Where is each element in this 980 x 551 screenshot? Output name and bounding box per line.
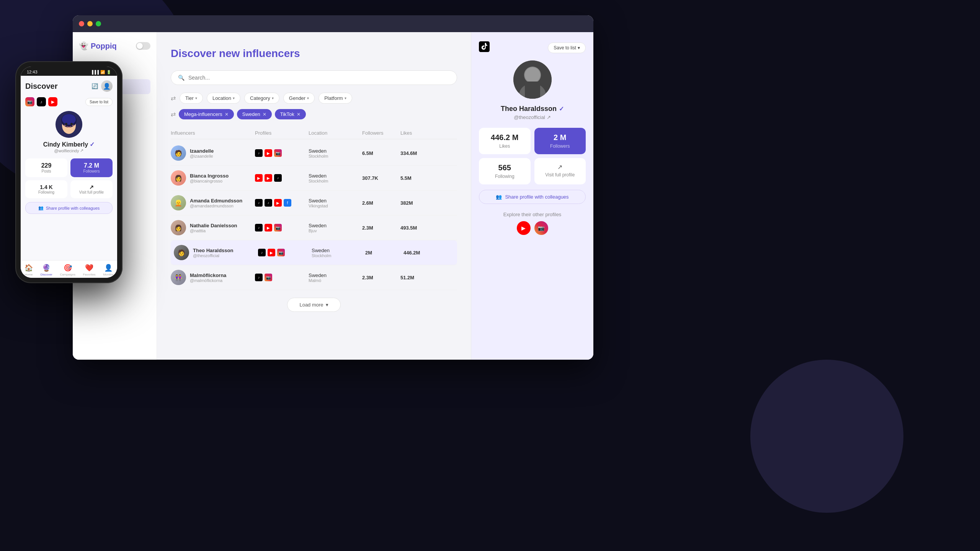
- platform-icons: ♪ ▶ 📷: [255, 224, 309, 231]
- search-input[interactable]: [188, 75, 450, 81]
- phone-action-row: 1.4 K Following ↗ Visit full profile: [25, 180, 113, 198]
- instagram-platform-icon[interactable]: 📷: [277, 249, 285, 256]
- location-filter-button[interactable]: Location ▾: [207, 93, 240, 104]
- influencer-name: Malmöflickorna: [190, 272, 226, 278]
- svg-point-6: [64, 125, 66, 126]
- influencer-details: Theo Haraldsson @theozofficial: [193, 248, 233, 258]
- phone-profile-section: Cindy Kimberly ✓ @wolfiecindy ↗: [25, 111, 113, 153]
- avatar: 👭: [171, 270, 186, 285]
- table-row[interactable]: 👩 Bianca Ingrosso @biancaingrosso ▶ ▶ ♪ …: [171, 166, 457, 191]
- category-filter-button[interactable]: Category ▾: [244, 93, 279, 104]
- location-chevron-icon: ▾: [233, 96, 235, 100]
- platform-filter-button[interactable]: Platform ▾: [318, 93, 352, 104]
- filter-adjust-icon[interactable]: ⇄: [171, 95, 176, 102]
- close-window-button[interactable]: [79, 21, 84, 26]
- likes-metric: 446.2M: [403, 250, 442, 256]
- phone-share-button[interactable]: 👥 Share profile with colleagues: [25, 202, 113, 214]
- youtube-icon[interactable]: ▶: [48, 97, 57, 106]
- likes-metric: 382M: [400, 200, 439, 206]
- tier-filter-button[interactable]: Tier ▾: [180, 93, 203, 104]
- phone-following-label: Following: [29, 190, 64, 194]
- instagram-social-icon[interactable]: 📷: [534, 221, 548, 235]
- remove-sweden-icon[interactable]: ✕: [263, 112, 266, 117]
- facebook-platform-icon[interactable]: f: [284, 199, 291, 207]
- phone-navbar: 🏠 Home 🔮 Discover 🎯 Campaigns ❤️ Favorit…: [21, 260, 117, 278]
- avatar-emoji: 👤: [103, 83, 111, 90]
- youtube-platform-icon[interactable]: ▶: [265, 149, 272, 157]
- instagram-platform-icon[interactable]: 📷: [265, 274, 272, 281]
- influencer-details: Izaandelle @izaandelle: [190, 148, 214, 158]
- col-influencers: Influencers: [171, 130, 255, 136]
- tiktok-platform-icon[interactable]: ♪: [255, 149, 263, 157]
- remove-tiktok-icon[interactable]: ✕: [297, 112, 301, 117]
- following-value: 565: [484, 163, 525, 172]
- svg-rect-8: [479, 41, 490, 52]
- app-logo: 👻 Poppiq: [79, 41, 117, 51]
- platform-chevron-icon: ▾: [345, 96, 346, 100]
- load-more-button[interactable]: Load more ▾: [287, 298, 341, 312]
- youtube-platform-icon[interactable]: ▶: [255, 174, 263, 182]
- chevron-down-icon: ▾: [326, 302, 328, 308]
- tiktok-icon[interactable]: ♪: [37, 97, 46, 106]
- refresh-icon[interactable]: 🔄: [91, 83, 98, 89]
- phone-save-to-list-button[interactable]: Save to list: [85, 98, 113, 106]
- phone-nav-favorites[interactable]: ❤️ Favorites: [83, 264, 96, 276]
- toggle-knob: [137, 43, 143, 49]
- tiktok-platform-icon[interactable]: ♪: [255, 224, 263, 231]
- discover-nav-label: Discover: [41, 273, 52, 276]
- followers-metric: 2M: [365, 250, 403, 256]
- table-row[interactable]: 👱 Amanda Edmundsson @amandaedmundsson ♪ …: [171, 191, 457, 215]
- phone-visit-card[interactable]: ↗ Visit full profile: [70, 180, 113, 198]
- gender-filter-button[interactable]: Gender ▾: [283, 93, 315, 104]
- sweden-chip[interactable]: Sweden ✕: [237, 109, 272, 119]
- tiktok2-platform-icon[interactable]: ♪: [265, 199, 272, 207]
- table-row[interactable]: 🧑 Theo Haraldsson @theozofficial ♪ ▶ 📷 S…: [171, 240, 457, 265]
- phone-posts-label: Posts: [29, 169, 64, 173]
- youtube-social-icon[interactable]: ▶: [517, 221, 531, 235]
- rp-action-grid: 565 Following ↗ Visit full profile: [479, 158, 586, 184]
- active-filter-icon[interactable]: ⇄: [171, 111, 176, 118]
- active-filters-row: ⇄ Mega-influencers ✕ Sweden ✕ TikTok ✕: [171, 109, 457, 119]
- phone-header-icons: 🔄 👤: [91, 80, 113, 92]
- tiktok-platform-icon[interactable]: ♪: [258, 249, 266, 256]
- share-profile-button[interactable]: 👥 Share profile with colleagues: [479, 190, 586, 204]
- influencer-details: Bianca Ingrosso @biancaingrosso: [190, 173, 229, 183]
- campaigns-nav-label: Campaigns: [60, 273, 75, 276]
- visit-profile-card[interactable]: ↗ Visit full profile: [534, 158, 586, 184]
- phone-status-icons: ▐▐▐ 📶 🔋: [91, 70, 111, 74]
- youtube2-platform-icon[interactable]: ▶: [265, 174, 272, 182]
- instagram-icon[interactable]: 📷: [25, 97, 34, 106]
- phone-nav-home[interactable]: 🏠 Home: [24, 264, 33, 276]
- home-nav-label: Home: [24, 273, 33, 276]
- phone-nav-campaigns[interactable]: 🎯 Campaigns: [60, 264, 75, 276]
- tiktok-platform-icon[interactable]: ♪: [255, 274, 263, 281]
- user-avatar[interactable]: 👤: [101, 80, 113, 92]
- mega-influencers-chip[interactable]: Mega-influencers ✕: [179, 109, 234, 119]
- tiktok-platform-icon[interactable]: ♪: [255, 199, 263, 207]
- theme-toggle[interactable]: [136, 42, 150, 50]
- tiktok-platform-icon[interactable]: ♪: [274, 174, 282, 182]
- minimize-window-button[interactable]: [87, 21, 93, 26]
- youtube-platform-icon[interactable]: ▶: [274, 199, 282, 207]
- youtube-platform-icon[interactable]: ▶: [268, 249, 275, 256]
- influencer-name: Amanda Edmundsson: [190, 198, 242, 204]
- youtube-platform-icon[interactable]: ▶: [265, 224, 272, 231]
- influencer-info: 🧑 Theo Haraldsson @theozofficial: [174, 245, 258, 260]
- instagram-platform-icon[interactable]: 📷: [274, 149, 282, 157]
- avatar: 👩: [171, 170, 186, 186]
- table-row[interactable]: 🧑 Izaandelle @izaandelle ♪ ▶ 📷 Sweden St: [171, 141, 457, 166]
- table-row[interactable]: 👭 Malmöflickorna @malmöflickorna ♪ 📷 Swe…: [171, 265, 457, 290]
- phone-nav-monitor[interactable]: 👤 Monitor: [103, 264, 113, 276]
- browser-body: 👻 Poppiq 🔔 Home 🔮 Discover: [73, 32, 593, 360]
- phone-social-row: 📷 ♪ ▶ Save to list: [25, 97, 113, 106]
- external-link-icon: ↗: [80, 148, 83, 153]
- save-to-list-button[interactable]: Save to list ▾: [548, 42, 586, 53]
- tiktok-chip[interactable]: TikTok ✕: [275, 109, 306, 119]
- remove-mega-icon[interactable]: ✕: [225, 112, 229, 117]
- table-row[interactable]: 👩 Nathalie Danielsson @natttia ♪ ▶ 📷 Swe…: [171, 215, 457, 240]
- instagram-platform-icon[interactable]: 📷: [274, 224, 282, 231]
- platform-icons: ♪ ▶ 📷: [258, 249, 312, 256]
- phone-nav-discover[interactable]: 🔮 Discover: [41, 264, 52, 276]
- maximize-window-button[interactable]: [96, 21, 101, 26]
- likes-metric: 5.5M: [400, 175, 439, 181]
